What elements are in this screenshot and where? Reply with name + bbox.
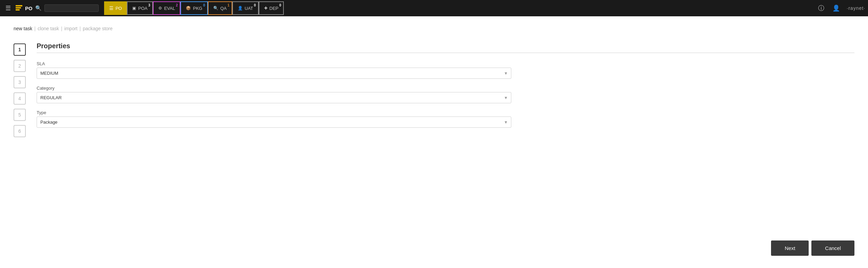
breadcrumb-new-task[interactable]: new task bbox=[14, 26, 32, 31]
action-bar: Next Cancel bbox=[771, 240, 854, 256]
tab-poa[interactable]: ▣ POA 3 bbox=[127, 1, 153, 15]
breadcrumb: new task | clone task | import | package… bbox=[14, 26, 854, 31]
user-button[interactable]: 👤 bbox=[831, 3, 841, 13]
tab-uat[interactable]: 👤 UAT 0 bbox=[232, 1, 259, 15]
nav-right-controls: ⓘ 👤 ·raynet· bbox=[817, 3, 865, 14]
wizard-steps: 1 2 3 4 5 6 bbox=[14, 42, 26, 141]
pipeline-tabs: ☰ PO ▣ POA 3 ⚙ EVAL 2 📦 PKG 0 🔍 QA 1 👤 bbox=[104, 1, 816, 15]
qa-icon: 🔍 bbox=[213, 6, 218, 11]
app-logo bbox=[15, 4, 22, 12]
breadcrumb-clone-task[interactable]: clone task bbox=[38, 26, 59, 31]
label-sla: SLA bbox=[37, 61, 854, 66]
field-type: Type Package Patch Update Upgrade ▼ bbox=[37, 110, 854, 128]
wizard-step-1[interactable]: 1 bbox=[14, 43, 26, 56]
field-category: Category REGULAR SPECIAL EMERGENCY ▼ bbox=[37, 86, 854, 103]
section-title-properties: Properties bbox=[37, 42, 854, 53]
select-wrapper-type: Package Patch Update Upgrade ▼ bbox=[37, 117, 511, 128]
wizard-step-6[interactable]: 6 bbox=[14, 125, 26, 137]
select-wrapper-sla: LOW MEDIUM HIGH CRITICAL ▼ bbox=[37, 68, 511, 79]
dep-icon: ✚ bbox=[264, 6, 268, 11]
eval-icon: ⚙ bbox=[158, 6, 162, 11]
breadcrumb-sep-1: | bbox=[34, 26, 36, 31]
wizard-step-4[interactable]: 4 bbox=[14, 92, 26, 105]
uat-badge: 0 bbox=[254, 3, 256, 7]
tab-dep-label: DEP bbox=[270, 6, 279, 11]
tab-dep[interactable]: ✚ DEP 0 bbox=[259, 1, 284, 15]
help-button[interactable]: ⓘ bbox=[817, 3, 826, 14]
breadcrumb-package-store[interactable]: package store bbox=[83, 26, 113, 31]
select-category[interactable]: REGULAR SPECIAL EMERGENCY bbox=[37, 92, 511, 103]
uat-icon: 👤 bbox=[238, 6, 243, 11]
tab-eval-label: EVAL bbox=[164, 6, 175, 11]
qa-badge: 1 bbox=[228, 3, 230, 7]
next-button[interactable]: Next bbox=[771, 240, 809, 256]
wizard-step-2[interactable]: 2 bbox=[14, 60, 26, 72]
tab-qa-label: QA bbox=[220, 6, 227, 11]
tab-poa-label: POA bbox=[138, 6, 147, 11]
pkg-icon: 📦 bbox=[186, 6, 191, 11]
select-type[interactable]: Package Patch Update Upgrade bbox=[37, 117, 511, 128]
brand-logo: ·raynet· bbox=[847, 5, 865, 11]
wizard-layout: 1 2 3 4 5 6 Properties SLA LOW MEDIUM HI… bbox=[14, 42, 854, 141]
breadcrumb-import[interactable]: import bbox=[64, 26, 78, 31]
wizard-step-3[interactable]: 3 bbox=[14, 76, 26, 88]
poa-badge: 3 bbox=[148, 3, 150, 7]
eval-badge: 2 bbox=[176, 3, 178, 7]
tab-po[interactable]: ☰ PO bbox=[104, 1, 127, 15]
poa-icon: ▣ bbox=[132, 6, 136, 11]
search-input[interactable] bbox=[44, 4, 99, 12]
dep-badge: 0 bbox=[279, 3, 281, 7]
select-wrapper-category: REGULAR SPECIAL EMERGENCY ▼ bbox=[37, 92, 511, 103]
search-icon[interactable]: 🔍 bbox=[35, 5, 42, 11]
pkg-badge: 0 bbox=[203, 3, 205, 7]
page-content: new task | clone task | import | package… bbox=[0, 16, 868, 268]
label-category: Category bbox=[37, 86, 854, 91]
nav-po-label: PO bbox=[25, 5, 33, 11]
tab-eval[interactable]: ⚙ EVAL 2 bbox=[153, 1, 180, 15]
select-sla[interactable]: LOW MEDIUM HIGH CRITICAL bbox=[37, 68, 511, 79]
top-navigation: ☰ PO 🔍 ☰ PO ▣ POA 3 ⚙ EVAL 2 📦 PKG 0 bbox=[0, 0, 868, 16]
form-area: Properties SLA LOW MEDIUM HIGH CRITICAL … bbox=[37, 42, 854, 141]
breadcrumb-sep-2: | bbox=[61, 26, 62, 31]
field-sla: SLA LOW MEDIUM HIGH CRITICAL ▼ bbox=[37, 61, 854, 79]
hamburger-menu[interactable]: ☰ bbox=[3, 4, 14, 12]
tab-uat-label: UAT bbox=[245, 6, 253, 11]
breadcrumb-sep-3: | bbox=[79, 26, 81, 31]
label-type: Type bbox=[37, 110, 854, 115]
tab-pkg-label: PKG bbox=[193, 6, 202, 11]
tab-qa[interactable]: 🔍 QA 1 bbox=[208, 1, 232, 15]
po-icon: ☰ bbox=[109, 5, 114, 11]
tab-pkg[interactable]: 📦 PKG 0 bbox=[180, 1, 208, 15]
wizard-step-5[interactable]: 5 bbox=[14, 109, 26, 121]
tab-po-label: PO bbox=[116, 6, 122, 11]
cancel-button[interactable]: Cancel bbox=[811, 240, 854, 256]
